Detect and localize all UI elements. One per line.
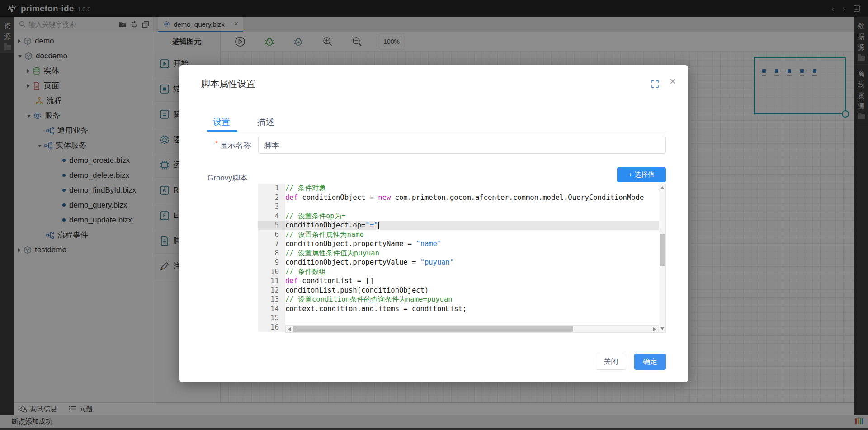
line-number: 10 [258, 267, 285, 277]
code-line-11[interactable]: 11def conditonList = [] [258, 276, 666, 286]
code-text: // 设置属性条件值为puyuan [285, 249, 666, 258]
code-text: // 设置条件属性为name [285, 230, 666, 240]
code-line-15[interactable]: 15 [258, 313, 666, 323]
line-number: 12 [258, 286, 285, 295]
groovy-script-label: Groovy脚本 [208, 173, 248, 183]
line-number: 2 [258, 193, 285, 203]
code-text: conditonList.push(conditionObject) [285, 286, 666, 295]
code-text: conditionObject.propertyName = "name" [285, 239, 666, 249]
tab-divider [201, 132, 666, 132]
active-tab-indicator [207, 130, 237, 132]
ok-button[interactable]: 确定 [634, 354, 666, 370]
code-line-7[interactable]: 7conditionObject.propertyName = "name" [258, 239, 666, 249]
display-name-input[interactable] [258, 137, 666, 154]
code-line-3[interactable]: 3 [258, 202, 666, 212]
code-text: conditionObject.op="=" [285, 221, 666, 230]
script-properties-dialog: 脚本属性设置 × 设置 描述 * 显示名称 Groovy脚本 + 选择值 1//… [179, 65, 688, 382]
line-number: 9 [258, 258, 285, 267]
line-number: 7 [258, 239, 285, 249]
scroll-up-icon[interactable] [660, 186, 664, 189]
code-line-1[interactable]: 1// 条件对象 [258, 184, 666, 193]
dialog-tab-settings[interactable]: 设置 [213, 116, 230, 128]
display-name-label: 显示名称 [220, 140, 251, 151]
scroll-right-icon[interactable] [653, 327, 656, 331]
line-number: 13 [258, 295, 285, 304]
vertical-scrollbar[interactable] [659, 184, 666, 333]
required-asterisk: * [215, 140, 218, 148]
line-number: 14 [258, 304, 285, 314]
line-number: 16 [258, 323, 285, 332]
dialog-close-icon[interactable]: × [670, 76, 676, 87]
close-button[interactable]: 关闭 [596, 354, 626, 370]
code-text: conditionObject.propertyValue = "puyuan" [285, 258, 666, 267]
groovy-code-editor[interactable]: 1// 条件对象2def conditionObject = new com.p… [258, 184, 666, 333]
choose-value-button[interactable]: + 选择值 [617, 167, 666, 182]
vertical-scroll-thumb[interactable] [660, 234, 665, 266]
code-line-12[interactable]: 12conditonList.push(conditionObject) [258, 286, 666, 295]
scroll-down-icon[interactable] [660, 327, 664, 330]
code-text: def conditonList = [] [285, 276, 666, 286]
line-number: 3 [258, 202, 285, 212]
horizontal-scroll-thumb[interactable] [293, 326, 573, 332]
scroll-left-icon[interactable] [288, 327, 291, 331]
code-text: // 设置条件op为= [285, 212, 666, 221]
line-number: 11 [258, 276, 285, 286]
line-number: 4 [258, 212, 285, 221]
code-line-2[interactable]: 2def conditionObject = new com.primeton.… [258, 193, 666, 203]
line-number: 1 [258, 184, 285, 193]
code-line-13[interactable]: 13// 设置condition条件的查询条件为name=puyuan [258, 295, 666, 304]
line-number: 6 [258, 230, 285, 240]
code-text: // 条件对象 [285, 184, 666, 193]
code-line-5[interactable]: 5conditionObject.op="=" [258, 221, 666, 230]
code-text: // 条件数组 [285, 267, 666, 277]
code-line-14[interactable]: 14context.condition.and.items = conditon… [258, 304, 666, 314]
code-line-10[interactable]: 10// 条件数组 [258, 267, 666, 277]
code-line-6[interactable]: 6// 设置条件属性为name [258, 230, 666, 240]
code-line-8[interactable]: 8// 设置属性条件值为puyuan [258, 249, 666, 258]
dialog-title: 脚本属性设置 [201, 78, 255, 90]
code-text: def conditionObject = new com.primeton.g… [285, 193, 666, 203]
dialog-tab-description[interactable]: 描述 [257, 116, 274, 128]
line-number: 5 [258, 221, 285, 230]
code-text: // 设置condition条件的查询条件为name=puyuan [285, 295, 666, 304]
text-cursor [378, 222, 379, 229]
fullscreen-icon[interactable] [651, 80, 659, 88]
code-text: context.condition.and.items = conditonLi… [285, 304, 666, 314]
code-line-9[interactable]: 9conditionObject.propertyValue = "puyuan… [258, 258, 666, 267]
line-number: 15 [258, 313, 285, 323]
line-number: 8 [258, 249, 285, 258]
code-line-4[interactable]: 4// 设置条件op为= [258, 212, 666, 221]
code-text [285, 313, 666, 323]
code-text [285, 202, 666, 212]
horizontal-scrollbar[interactable] [285, 325, 659, 333]
